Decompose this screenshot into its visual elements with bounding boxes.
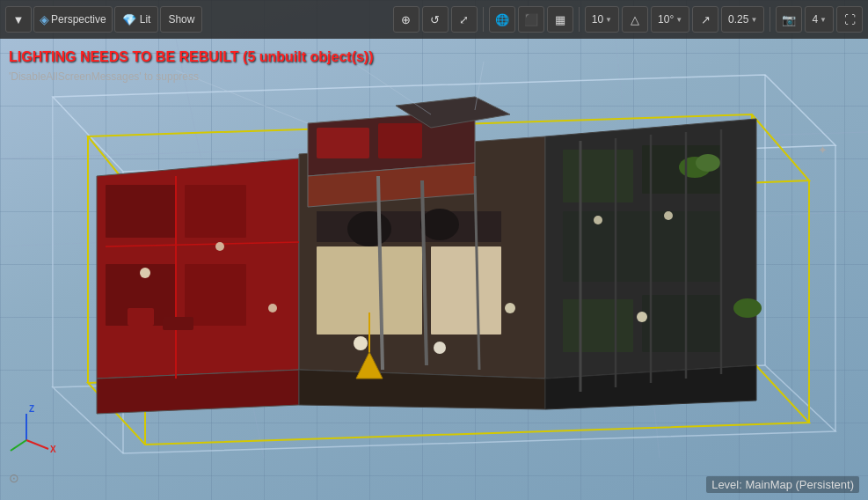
svg-rect-38 [563,150,633,202]
scale-size-value: 0.25 [728,13,748,26]
svg-point-37 [420,209,459,240]
perspective-label: Perspective [51,13,106,26]
svg-rect-31 [378,123,422,158]
translate-icon: ⊕ [401,13,411,26]
svg-point-45 [733,298,762,318]
lit-button[interactable]: 💎 Lit [114,6,159,33]
surface-snap-button[interactable]: ⬛ [518,6,544,33]
lighting-warning: LIGHTING NEEDS TO BE REBUILT (5 unbuilt … [9,49,374,65]
grid-icon: ▦ [555,13,565,26]
suppress-hint: 'DisableAllScreenMessages' to suppress [9,70,199,83]
maximize-icon: ⛶ [844,13,856,26]
svg-rect-30 [317,128,369,158]
scale-icon: ⤢ [459,13,469,26]
show-label: Show [168,13,194,26]
angle-size-button[interactable]: 10° ▼ [651,6,689,33]
translate-tool-button[interactable]: ⊕ [393,6,419,33]
svg-rect-60 [128,308,154,326]
scale-snap-toggle[interactable]: ↗ [692,6,718,33]
svg-rect-41 [563,299,633,352]
svg-point-36 [347,211,391,246]
svg-rect-23 [185,185,246,238]
angle-snap-icon: △ [631,13,639,26]
separator-3 [770,7,770,32]
separator-1 [483,7,484,32]
svg-rect-40 [563,211,721,282]
svg-point-51 [505,303,515,313]
svg-text:Z: Z [29,404,34,414]
viewport: Z X ⊙ ✦ ▼ ◈ Perspective 💎 [0,0,868,500]
svg-rect-61 [163,317,193,330]
svg-point-47 [215,242,224,251]
svg-point-53 [664,211,673,220]
world-transform-button[interactable]: 🌐 [489,6,515,33]
angle-snap-toggle[interactable]: △ [622,6,648,33]
grid-size-button[interactable]: 10 ▼ [585,6,619,33]
svg-rect-35 [317,211,501,242]
angle-size-value: 10° [658,13,674,26]
svg-line-72 [26,440,48,449]
svg-line-68 [352,62,431,114]
svg-rect-42 [642,295,721,352]
svg-point-44 [696,154,720,172]
toolbar: ▼ ◈ Perspective 💎 Lit Show ⊕ ↺ [0,0,868,39]
toolbar-right: ⊕ ↺ ⤢ 🌐 ⬛ ▦ 10 ▼ △ [393,6,863,33]
svg-line-74 [11,440,26,451]
separator-2 [579,7,580,32]
camera-count-arrow-icon: ▼ [820,16,827,24]
grid-size-value: 10 [592,13,603,26]
rotate-tool-button[interactable]: ↺ [422,6,449,33]
svg-text:X: X [50,445,56,454]
svg-rect-34 [431,246,501,335]
svg-text:⊙: ⊙ [9,471,19,485]
svg-point-54 [637,312,647,322]
surface-icon: ⬛ [524,13,538,26]
toolbar-left: ▼ ◈ Perspective 💎 Lit Show [5,6,202,33]
scale-size-arrow-icon: ▼ [750,16,757,24]
viewport-dropdown-button[interactable]: ▼ [5,6,32,33]
level-info: Level: MainMap (Persistent) [706,476,859,493]
svg-rect-25 [185,264,246,326]
lit-label: Lit [140,13,151,26]
svg-point-48 [268,304,277,312]
dropdown-arrow-icon: ▼ [13,13,25,26]
rotate-icon: ↺ [430,13,440,26]
scale-snap-icon: ↗ [701,13,711,26]
svg-text:✦: ✦ [818,143,828,157]
scale-tool-button[interactable]: ⤢ [451,6,478,33]
scale-size-button[interactable]: 0.25 ▼ [721,6,764,33]
lit-icon: 💎 [122,13,136,26]
svg-rect-22 [106,185,176,238]
show-button[interactable]: Show [160,6,202,33]
svg-point-49 [354,336,368,350]
world-icon: 🌐 [495,13,509,26]
grid-size-arrow-icon: ▼ [605,16,612,24]
maximize-button[interactable]: ⛶ [836,6,863,33]
camera-count-button[interactable]: 4 ▼ [805,6,834,33]
perspective-button[interactable]: ◈ Perspective [33,6,113,33]
camera-count-value: 4 [812,13,818,26]
camera-icon: 📷 [782,13,796,26]
svg-point-46 [140,268,150,278]
camera-button[interactable]: 📷 [776,6,802,33]
svg-point-50 [434,342,446,354]
grid-snap-button[interactable]: ▦ [547,6,573,33]
perspective-icon: ◈ [40,12,49,26]
angle-size-arrow-icon: ▼ [675,16,682,24]
svg-point-52 [594,216,602,224]
